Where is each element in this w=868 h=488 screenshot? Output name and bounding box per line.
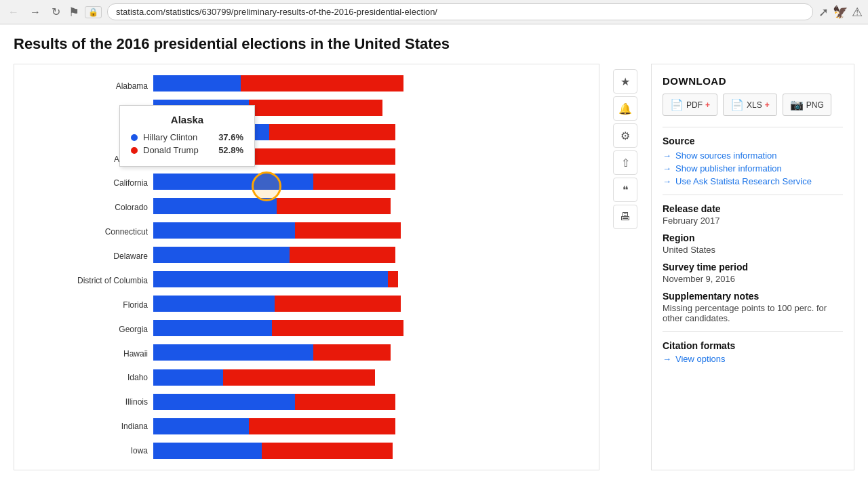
trump-label: Donald Trump [143, 145, 199, 155]
survey-period-value: November 9, 2016 [663, 274, 843, 284]
y-label-district-of-columbia: District of Columbia [14, 268, 153, 293]
browser-chrome: ← → ↻ ⚑ 🔒 statista.com/statistics/630799… [0, 0, 868, 24]
supplementary-section: Supplementary notes Missing percentage p… [663, 291, 843, 323]
xls-plus-icon: + [765, 100, 770, 110]
region-title: Region [663, 232, 843, 243]
xls-download-button[interactable]: 📄 XLS + [723, 94, 777, 116]
tooltip-title: Alaska [131, 114, 243, 125]
clinton-dot [131, 134, 138, 141]
bar-row [153, 340, 592, 365]
bar-red [313, 174, 396, 190]
extension-icon1[interactable]: 🦅 [833, 5, 848, 20]
print-button[interactable]: 🖶 [613, 205, 637, 229]
y-label-idaho: Idaho [14, 366, 153, 390]
reload-button[interactable]: ↻ [49, 3, 63, 21]
divider-1 [663, 127, 843, 127]
forward-button[interactable]: → [27, 3, 43, 21]
download-buttons: 📄 PDF + 📄 XLS + 📷 PNG [663, 94, 843, 116]
ask-statista-label: Use Ask Statista Research Service [675, 176, 812, 186]
tooltip-trump: Donald Trump 52.8% [131, 145, 243, 155]
bar-red [295, 222, 401, 239]
download-section: DOWNLOAD 📄 PDF + 📄 XLS + 📷 PNG [663, 75, 843, 116]
source-section: Source → Show sources information → Show… [663, 136, 843, 186]
citation-section: Citation formats → View options [663, 340, 843, 364]
security-icon: 🔒 [85, 6, 102, 18]
settings-button[interactable]: ⚙ [613, 123, 637, 148]
alert-button[interactable]: 🔔 [613, 96, 637, 121]
y-label-hawaii: Hawaii [14, 342, 153, 366]
supplementary-value: Missing percentage points to 100 perc. f… [663, 303, 843, 323]
share-browser-icon[interactable]: ➚ [818, 5, 829, 20]
xls-label: XLS [747, 100, 762, 110]
xls-icon: 📄 [730, 98, 744, 111]
bar-row [153, 71, 592, 96]
bar-blue [153, 296, 275, 312]
show-publisher-link[interactable]: → Show publisher information [663, 163, 843, 174]
tooltip-clinton: Hillary Clinton 37.6% [131, 132, 243, 142]
y-label-delaware: Delaware [14, 244, 153, 268]
page-title: Results of the 2016 presidential electio… [14, 35, 854, 53]
bar-red [277, 198, 390, 214]
view-options-link[interactable]: → View options [663, 354, 843, 364]
page-content: Results of the 2016 presidential electio… [0, 24, 868, 488]
bar-row [153, 316, 592, 340]
ask-arrow-icon: → [663, 176, 671, 186]
y-label-california: California [14, 171, 153, 196]
bar-blue [153, 198, 277, 214]
bar-red [295, 394, 395, 410]
region-section: Region United States [663, 232, 843, 255]
share-button[interactable]: ⇧ [613, 150, 637, 175]
y-label-indiana: Indiana [14, 414, 153, 439]
download-title: DOWNLOAD [663, 75, 843, 87]
pdf-download-button[interactable]: 📄 PDF + [663, 94, 717, 116]
bookmark-icon: ⚑ [68, 5, 79, 20]
right-panel: DOWNLOAD 📄 PDF + 📄 XLS + 📷 PNG [651, 64, 854, 470]
show-sources-label: Show sources information [675, 150, 777, 161]
bar-blue [153, 222, 295, 239]
bar-row [153, 169, 592, 194]
release-date-title: Release date [663, 203, 843, 214]
bar-red [241, 75, 403, 92]
bar-row [153, 291, 592, 316]
favorite-button[interactable]: ★ [613, 69, 637, 94]
content-area: AlabamaAlaskaArizonaArkansasCaliforniaCo… [14, 64, 854, 470]
bar-red [223, 369, 375, 386]
view-options-label: View options [675, 354, 725, 364]
show-sources-link[interactable]: → Show sources information [663, 150, 843, 161]
clinton-label: Hillary Clinton [143, 132, 197, 142]
bar-red [290, 247, 395, 263]
bar-red [262, 443, 393, 459]
bar-blue [153, 320, 272, 336]
bar-blue [153, 75, 241, 92]
cite-button[interactable]: ❝ [613, 178, 637, 202]
chart-container: AlabamaAlaskaArizonaArkansasCaliforniaCo… [14, 64, 599, 470]
back-button[interactable]: ← [5, 3, 22, 21]
bar-row [153, 218, 592, 243]
survey-period-title: Survey time period [663, 262, 843, 272]
bar-blue [153, 394, 295, 410]
bar-blue [153, 174, 313, 190]
png-download-button[interactable]: 📷 PNG [783, 94, 831, 116]
bar-row [153, 267, 592, 291]
bar-blue [153, 271, 388, 287]
trump-dot [131, 147, 138, 154]
view-options-arrow-icon: → [663, 354, 671, 364]
tooltip: Alaska Hillary Clinton 37.6% Donald Trum… [119, 105, 255, 167]
y-label-iowa: Iowa [14, 439, 153, 463]
bar-red [238, 148, 395, 165]
show-publisher-label: Show publisher information [675, 163, 782, 174]
trump-value: 52.8% [218, 145, 243, 155]
ask-statista-link[interactable]: → Use Ask Statista Research Service [663, 176, 843, 186]
bar-red [269, 124, 395, 140]
bar-blue [153, 344, 313, 361]
bar-row [153, 365, 592, 390]
divider-3 [663, 331, 843, 332]
bar-row [153, 390, 592, 414]
source-title: Source [663, 136, 843, 146]
bar-blue [153, 369, 223, 386]
pdf-icon: 📄 [670, 98, 684, 111]
bar-red [313, 344, 391, 361]
extension-icon2[interactable]: ⚠ [852, 5, 863, 20]
y-label-florida: Florida [14, 293, 153, 317]
address-bar[interactable]: statista.com/statistics/630799/prelimina… [107, 3, 813, 20]
